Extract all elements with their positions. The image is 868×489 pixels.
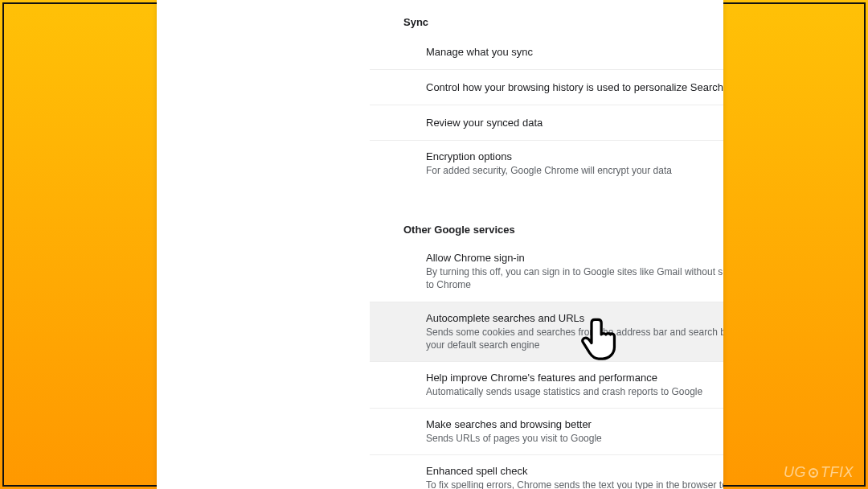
row-subtitle: By turning this off, you can sign in to … [426, 265, 723, 291]
row-subtitle: Sends some cookies and searches from the… [426, 326, 723, 351]
row-manage-sync[interactable]: Manage what you sync [370, 35, 723, 70]
row-encryption[interactable]: Encryption options For added security, G… [370, 141, 723, 187]
row-title: Allow Chrome sign-in [426, 252, 723, 264]
settings-content: Sync Manage what you sync Control how yo… [370, 0, 723, 489]
row-control-history[interactable]: Control how your browsing history is use… [370, 70, 723, 105]
row-title: Enhanced spell check [426, 465, 723, 477]
section-gap [370, 187, 723, 208]
row-subtitle: For added security, Google Chrome will e… [426, 164, 672, 177]
row-title: Autocomplete searches and URLs [426, 312, 723, 324]
section-header-services: Other Google services [370, 208, 723, 242]
row-subtitle: To fix spelling errors, Chrome sends the… [426, 479, 723, 489]
settings-panel: Sync Manage what you sync Control how yo… [157, 0, 723, 489]
row-subtitle: Automatically sends usage statistics and… [426, 385, 702, 398]
service-row: Make searches and browsing betterSends U… [370, 409, 723, 455]
service-row: Autocomplete searches and URLsSends some… [370, 302, 723, 362]
svg-point-1 [813, 472, 815, 475]
row-title: Help improve Chrome's features and perfo… [426, 372, 702, 384]
row-title: Make searches and browsing better [426, 418, 602, 430]
services-group: Allow Chrome sign-inBy turning this off,… [370, 242, 723, 489]
row-title: Control how your browsing history is use… [426, 81, 723, 93]
row-review-synced[interactable]: Review your synced data [370, 105, 723, 141]
service-row: Enhanced spell checkTo fix spelling erro… [370, 455, 723, 489]
row-subtitle: Sends URLs of pages you visit to Google [426, 432, 602, 445]
section-header-sync: Sync [370, 0, 723, 35]
service-row: Allow Chrome sign-inBy turning this off,… [370, 242, 723, 302]
watermark: UGTFIX [784, 464, 854, 481]
row-title: Encryption options [426, 150, 672, 162]
service-row: Help improve Chrome's features and perfo… [370, 362, 723, 409]
row-title: Review your synced data [426, 117, 542, 129]
row-title: Manage what you sync [426, 46, 533, 58]
